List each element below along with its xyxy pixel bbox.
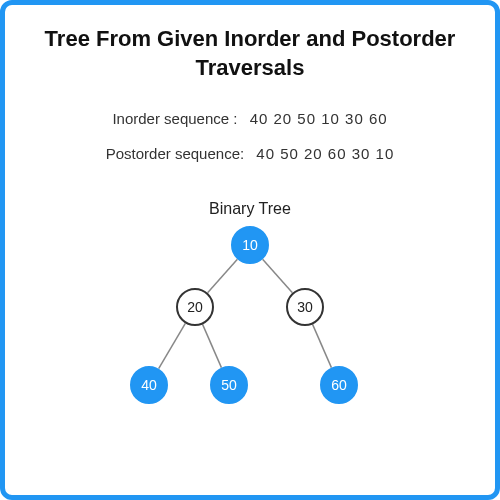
tree-node-40: 40 <box>130 366 168 404</box>
tree-edge <box>159 324 186 369</box>
inorder-label: Inorder sequence : <box>112 110 237 127</box>
tree-edge <box>263 259 293 293</box>
tree-label: Binary Tree <box>209 200 291 218</box>
inorder-values: 40 20 50 10 30 60 <box>250 110 388 127</box>
tree-edge <box>203 325 222 368</box>
tree-edge <box>208 259 238 293</box>
tree-node-20: 20 <box>176 288 214 326</box>
tree-node-50: 50 <box>210 366 248 404</box>
postorder-label: Postorder sequence: <box>106 145 244 162</box>
page-title: Tree From Given Inorder and Postorder Tr… <box>35 25 465 82</box>
postorder-values: 40 50 20 60 30 10 <box>256 145 394 162</box>
inorder-row: Inorder sequence : 40 20 50 10 30 60 <box>35 110 465 127</box>
tree-node-10: 10 <box>231 226 269 264</box>
tree-edge <box>313 325 332 368</box>
diagram-frame: Tree From Given Inorder and Postorder Tr… <box>0 0 500 500</box>
tree-node-60: 60 <box>320 366 358 404</box>
binary-tree: 102030405060 <box>120 226 380 426</box>
tree-node-30: 30 <box>286 288 324 326</box>
postorder-row: Postorder sequence: 40 50 20 60 30 10 <box>35 145 465 162</box>
